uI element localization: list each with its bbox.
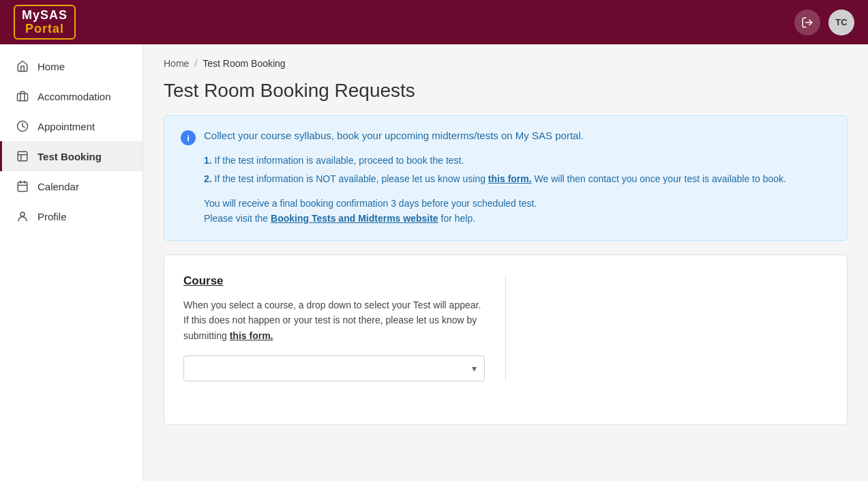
info-box: i Collect your course syllabus, book you… xyxy=(164,115,848,241)
info-icon: i xyxy=(181,130,196,145)
step2-form-link[interactable]: this form. xyxy=(488,173,532,184)
course-section: Course When you select a course, a drop … xyxy=(183,274,506,381)
accommodation-icon xyxy=(16,89,29,103)
sidebar-item-profile-label: Profile xyxy=(38,211,67,222)
sidebar-item-home[interactable]: Home xyxy=(0,51,143,81)
profile-icon xyxy=(16,209,29,223)
logo: MySAS Portal xyxy=(14,5,76,40)
test-section xyxy=(506,274,828,381)
step2-prefix: If the test information is NOT available… xyxy=(215,173,488,184)
step2-suffix: We will then contact you once your test … xyxy=(532,173,786,184)
info-step-1: 1. If the test information is available,… xyxy=(204,154,830,168)
sidebar-item-test-booking[interactable]: Test Booking xyxy=(0,141,143,171)
course-section-desc: When you select a course, a drop down to… xyxy=(183,297,485,343)
step2-num: 2. xyxy=(204,173,212,184)
sidebar-item-test-booking-label: Test Booking xyxy=(38,151,102,162)
logo-box: MySAS Portal xyxy=(14,5,76,40)
content-card: Course When you select a course, a drop … xyxy=(164,254,848,425)
sidebar-item-profile[interactable]: Profile xyxy=(0,201,143,231)
sidebar-item-calendar[interactable]: Calendar xyxy=(0,171,143,201)
course-desc-text: When you select a course, a drop down to… xyxy=(183,300,481,341)
logo-mysas: MySAS xyxy=(22,9,68,23)
svg-rect-6 xyxy=(18,182,27,192)
step1-num: 1. xyxy=(204,155,212,166)
svg-rect-1 xyxy=(18,93,28,101)
header: MySAS Portal TC xyxy=(0,0,868,44)
info-footer-line2: Please visit the Booking Tests and Midte… xyxy=(204,211,830,226)
sidebar-item-appointment-label: Appointment xyxy=(38,121,95,132)
content-columns: Course When you select a course, a drop … xyxy=(183,274,828,381)
main-content: Home / Test Room Booking Test Room Booki… xyxy=(143,44,868,481)
sidebar: Home Accommodation Appointment Test Book… xyxy=(0,44,143,481)
breadcrumb-separator: / xyxy=(194,58,197,69)
footer2-suffix: for help. xyxy=(438,213,475,224)
info-footer: You will receive a final booking confirm… xyxy=(204,196,830,227)
breadcrumb: Home / Test Room Booking xyxy=(164,58,848,69)
info-steps: 1. If the test information is available,… xyxy=(204,154,830,186)
sidebar-item-appointment[interactable]: Appointment xyxy=(0,111,143,141)
test-booking-icon xyxy=(16,149,29,163)
svg-point-10 xyxy=(20,212,25,216)
info-step-2: 2. If the test information is NOT availa… xyxy=(204,172,830,186)
svg-rect-3 xyxy=(18,151,27,161)
calendar-icon xyxy=(16,179,29,193)
layout: Home Accommodation Appointment Test Book… xyxy=(0,44,868,481)
info-main-text: Collect your course syllabus, book your … xyxy=(204,130,584,141)
logout-button[interactable] xyxy=(794,10,820,35)
sidebar-item-calendar-label: Calendar xyxy=(38,181,79,192)
step1-text: If the test information is available, pr… xyxy=(215,155,464,166)
info-box-header: i Collect your course syllabus, book you… xyxy=(181,130,830,145)
header-actions: TC xyxy=(794,10,854,35)
sidebar-item-accommodation[interactable]: Accommodation xyxy=(0,81,143,111)
breadcrumb-current: Test Room Booking xyxy=(203,58,285,69)
appointment-icon xyxy=(16,119,29,133)
footer2-prefix: Please visit the xyxy=(204,213,271,224)
course-section-title: Course xyxy=(183,274,485,288)
user-avatar-button[interactable]: TC xyxy=(828,10,854,35)
sidebar-item-home-label: Home xyxy=(38,61,65,72)
page-title: Test Room Booking Requests xyxy=(164,80,848,102)
logo-portal: Portal xyxy=(25,23,64,36)
sidebar-item-accommodation-label: Accommodation xyxy=(38,91,111,102)
course-select[interactable] xyxy=(183,355,485,381)
booking-website-link[interactable]: Booking Tests and Midterms website xyxy=(271,213,438,224)
breadcrumb-home[interactable]: Home xyxy=(164,58,189,69)
home-icon xyxy=(16,59,29,73)
course-form-link[interactable]: this form. xyxy=(230,330,273,341)
info-footer-line1: You will receive a final booking confirm… xyxy=(204,196,830,211)
course-select-wrapper: ▾ xyxy=(183,355,485,381)
